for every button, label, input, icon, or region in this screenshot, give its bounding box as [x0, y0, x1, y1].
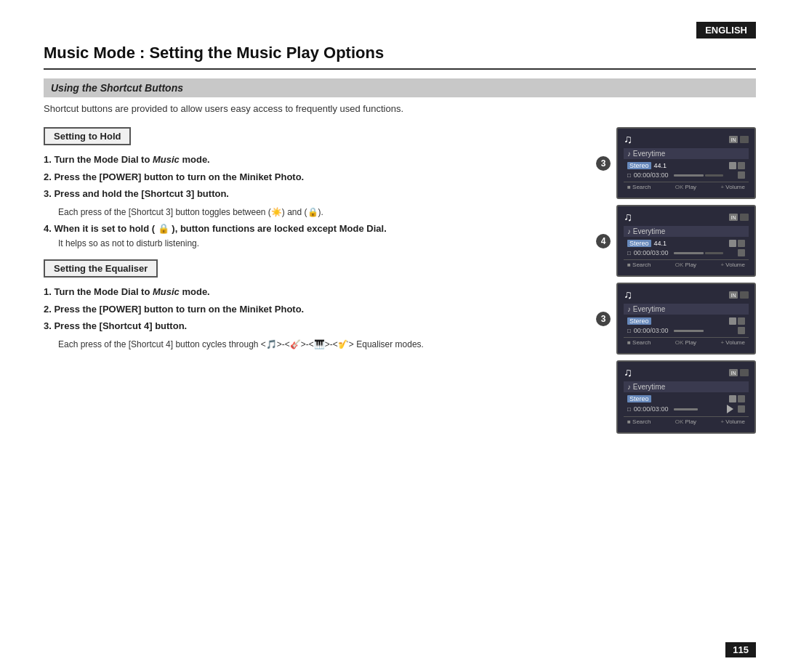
- screen-2-top-icons: IN: [729, 214, 749, 221]
- screen-4-icon-c: [738, 405, 745, 413]
- screen-2-stereo-num: 44.1: [654, 240, 667, 247]
- progress-bar-1: [674, 174, 704, 177]
- screen-1-controls: ■ Search OK Play + Volume: [624, 182, 749, 192]
- screen-wrapper-1: 3 ♫ IN ♪ Everytime Stereo 44.1: [596, 127, 756, 199]
- screen-icon-in-1: IN: [729, 136, 738, 143]
- screen-icon-menu-4: [740, 369, 749, 376]
- screen-1-icon-b: [738, 162, 745, 169]
- progress-bar-1b: [705, 174, 722, 177]
- screen-icon-menu-1: [740, 136, 749, 143]
- screen-3-icon-b: [738, 317, 745, 325]
- right-screens: 3 ♫ IN ♪ Everytime Stereo 44.1: [596, 127, 756, 434]
- screen-1-song: ♪ Everytime: [624, 148, 749, 159]
- screen-2-icon-b: [738, 240, 745, 247]
- page-container: ENGLISH Music Mode : Setting the Music P…: [0, 0, 785, 672]
- screen-2-time-row: □ 00:00/03:00: [624, 248, 749, 257]
- hold-step4: 4. When it is set to hold ( 🔒 ), button …: [44, 222, 581, 236]
- equaliser-section: Setting the Equaliser 1. Turn the Mode D…: [44, 259, 581, 349]
- screen-3-time: 00:00/03:00: [634, 327, 669, 334]
- progress-bar-2b: [705, 252, 722, 254]
- hold-steps: 1. Turn the Mode Dial to Music mode. 2. …: [44, 153, 581, 201]
- screen-3-stereo-row: Stereo: [624, 316, 749, 326]
- screen-1-icon-a: [729, 162, 736, 169]
- screen-1-title-row: ♫ IN: [624, 133, 749, 146]
- screen-badge-1: 3: [596, 156, 611, 171]
- play-triangle-icon: [727, 405, 733, 413]
- time-icon-3: □: [627, 328, 631, 334]
- screen-1-time: 00:00/03:00: [634, 171, 669, 179]
- screen-4-icon-b: [738, 395, 745, 402]
- screen-3-controls: ■ Search OK Play + Volume: [624, 337, 749, 347]
- screen-3-title-row: ♫ IN: [624, 288, 749, 301]
- screen-1-icon-c: [738, 171, 745, 179]
- page-title: Music Mode : Setting the Music Play Opti…: [44, 44, 756, 70]
- device-screen-3: ♫ IN ♪ Everytime Stereo: [616, 283, 756, 355]
- screen-icon-menu-2: [740, 214, 749, 221]
- music-note-icon-4: ♫: [624, 366, 632, 379]
- intro-text: Shortcut buttons are provided to allow u…: [44, 103, 756, 114]
- screen-2-controls: ■ Search OK Play + Volume: [624, 259, 749, 270]
- screen-4-icon-a: [729, 395, 736, 402]
- eq-step-3: 3. Press the [Shortcut 4] button.: [44, 319, 581, 333]
- screen-wrapper-2: 4 ♫ IN ♪ Everytime Stereo 44.1: [596, 205, 756, 277]
- hold-step-2: 2. Press the [POWER] button to turn on t…: [44, 170, 581, 185]
- screen-4-top-icons: IN: [729, 369, 749, 376]
- screen-wrapper-4: ♫ IN ♪ Everytime Stereo: [596, 360, 756, 434]
- hold-step-3: 3. Press and hold the [Shortcut 3] butto…: [44, 187, 581, 201]
- screen-icon-menu-3: [740, 291, 749, 299]
- progress-bar-3: [674, 330, 704, 332]
- screen-2-song: ♪ Everytime: [624, 226, 749, 237]
- screen-2-stereo-badge: Stereo: [627, 240, 651, 247]
- screen-4-stereo-badge: Stereo: [627, 395, 651, 402]
- left-content: Setting to Hold 1. Turn the Mode Dial to…: [44, 127, 596, 434]
- eq-step-2: 2. Press the [POWER] button to turn on t…: [44, 302, 581, 317]
- screen-icon-in-2: IN: [729, 214, 738, 221]
- screen-1-top-icons: IN: [729, 136, 749, 143]
- screen-1-stereo-row: Stereo 44.1: [624, 161, 749, 171]
- screen-3-time-row: □ 00:00/03:00: [624, 326, 749, 335]
- screen-4-stereo-row: Stereo: [624, 394, 749, 404]
- screen-4-time: 00:00/03:00: [634, 405, 669, 413]
- hold-help-note: It helps so as not to disturb listening.: [58, 238, 581, 248]
- progress-bar-4: [674, 408, 697, 410]
- screen-badge-3: 3: [596, 312, 611, 326]
- screen-wrapper-3: 3 ♫ IN ♪ Everytime Stereo: [596, 283, 756, 355]
- page-number: 115: [725, 642, 756, 657]
- screen-icon-in-3: IN: [729, 291, 738, 299]
- shortcut-section-header: Using the Shortcut Buttons: [44, 78, 756, 97]
- time-icon-1: □: [627, 172, 631, 179]
- screen-icon-in-4: IN: [729, 369, 738, 376]
- equaliser-section-title: Setting the Equaliser: [44, 259, 158, 278]
- screen-1-time-row: □ 00:00/03:00: [624, 171, 749, 179]
- music-note-icon-2: ♫: [624, 211, 632, 224]
- music-note-icon-1: ♫: [624, 133, 632, 146]
- hold-step-1: 1. Turn the Mode Dial to Music mode.: [44, 153, 581, 167]
- screen-1-stereo-num: 44.1: [654, 162, 667, 169]
- screen-badge-2: 4: [596, 234, 611, 248]
- device-screen-2: ♫ IN ♪ Everytime Stereo 44.1: [616, 205, 756, 277]
- hold-sub-note: Each press of the [Shortcut 3] button to…: [58, 207, 581, 217]
- screen-4-song: ♪ Everytime: [624, 381, 749, 392]
- hold-section-title: Setting to Hold: [44, 127, 131, 145]
- time-icon-4: □: [627, 406, 631, 413]
- screen-2-icon-a: [729, 240, 736, 247]
- music-note-icon-3: ♫: [624, 288, 632, 301]
- screen-2-icon-c: [738, 249, 745, 256]
- screen-4-time-row: □ 00:00/03:00: [624, 404, 749, 414]
- device-screen-1: ♫ IN ♪ Everytime Stereo 44.1: [616, 127, 756, 199]
- screen-3-icon-c: [738, 327, 745, 334]
- screen-2-stereo-row: Stereo 44.1: [624, 238, 749, 248]
- device-screen-4: ♫ IN ♪ Everytime Stereo: [616, 360, 756, 434]
- eq-sub-note: Each press of the [Shortcut 4] button cy…: [58, 339, 581, 349]
- equaliser-steps: 1. Turn the Mode Dial to Music mode. 2. …: [44, 285, 581, 333]
- screen-3-icon-a: [729, 317, 736, 325]
- main-content-area: Setting to Hold 1. Turn the Mode Dial to…: [44, 127, 756, 434]
- screen-4-controls: ■ Search OK Play + Volume: [624, 416, 749, 426]
- screen-2-title-row: ♫ IN: [624, 211, 749, 224]
- screen-1-stereo-badge: Stereo: [627, 162, 651, 169]
- time-icon-2: □: [627, 250, 631, 256]
- screen-3-stereo-badge: Stereo: [627, 317, 651, 325]
- screen-3-song: ♪ Everytime: [624, 304, 749, 315]
- screen-3-top-icons: IN: [729, 291, 749, 299]
- eq-step-1: 1. Turn the Mode Dial to Music mode.: [44, 285, 581, 299]
